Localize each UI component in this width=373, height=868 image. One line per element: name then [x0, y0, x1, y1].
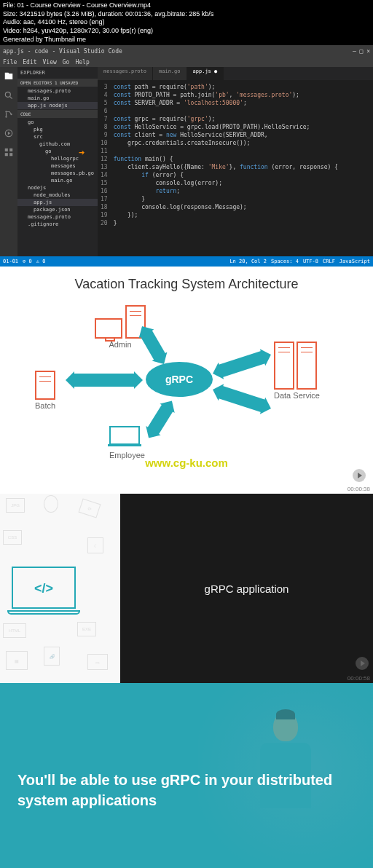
git-icon[interactable]	[4, 109, 14, 121]
open-file[interactable]: app.js nodejs	[17, 102, 98, 109]
vscode-window: app.js - code - Visual Studio Code ― □ ×…	[0, 45, 373, 267]
laptop-icon	[12, 567, 76, 609]
file[interactable]: .gitignore	[17, 221, 98, 228]
errors[interactable]: ⊘ 0	[23, 259, 32, 264]
file[interactable]: app.js	[17, 199, 98, 206]
timestamp: 00:00:58	[348, 675, 370, 682]
warnings[interactable]: ⚠ 0	[36, 259, 46, 264]
slide-outcome: You'll be able to use gRPC in your distr…	[0, 683, 373, 868]
debug-icon[interactable]	[4, 128, 14, 140]
svg-point-2	[5, 111, 7, 113]
slide-text: You'll be able to use gRPC in your distr…	[17, 770, 356, 810]
open-file[interactable]: messages.proto	[17, 87, 98, 95]
code-editor[interactable]: ➔ 34567891011121314151617181920 const pa…	[98, 80, 373, 230]
status-bar: 01-01⊘ 0⚠ 0 Ln 20, Col 2Spaces: 4UTF-8CR…	[0, 256, 373, 267]
editor-tabs: messages.proto main.go app.js ●	[98, 67, 373, 80]
activity-bar	[0, 67, 17, 256]
indent[interactable]: Spaces: 4	[271, 259, 299, 264]
slide-right-text: gRPC application 00:00:58	[120, 494, 373, 683]
window-title: app.js - code - Visual Studio Code	[3, 48, 122, 55]
file[interactable]: messages.pb.go	[17, 170, 98, 177]
file[interactable]: main.go	[17, 177, 98, 184]
file[interactable]: messages.proto	[17, 213, 98, 221]
slide-grpc-app: JPG ⟳ CSS ☾ HTML EXE ▦ 🔗 ▭ gRPC applicat…	[0, 494, 373, 683]
window-titlebar: app.js - code - Visual Studio Code ― □ ×	[0, 45, 373, 57]
svg-rect-9	[5, 154, 8, 157]
window-controls[interactable]: ― □ ×	[353, 48, 370, 55]
slide-left-pattern: JPG ⟳ CSS ☾ HTML EXE ▦ 🔗 ▭	[0, 494, 120, 683]
menu-view[interactable]: View	[43, 59, 57, 66]
svg-point-0	[5, 92, 10, 98]
file[interactable]: package.json	[17, 206, 98, 213]
node-employee: Employee	[109, 426, 145, 459]
search-icon[interactable]	[4, 90, 14, 102]
extensions-icon[interactable]	[4, 147, 14, 159]
folder[interactable]: go	[17, 119, 98, 126]
open-file[interactable]: main.go	[17, 95, 98, 102]
video-metadata: File: 01 - Course Overview - Course Over…	[0, 0, 373, 45]
explorer-sidebar: EXPLORER OPEN EDITORS 1 UNSAVED messages…	[17, 67, 98, 256]
folder[interactable]: hellogrpc	[17, 155, 98, 162]
folder[interactable]: go	[17, 148, 98, 155]
menubar[interactable]: File Edit View Go Help	[0, 57, 373, 67]
folder[interactable]: messages	[17, 162, 98, 170]
svg-marker-6	[8, 132, 10, 135]
folder[interactable]: github.com	[17, 141, 98, 148]
editor-area: messages.proto main.go app.js ● ➔ 345678…	[98, 67, 373, 256]
slide-title: Vacation Tracking System Architecture	[0, 267, 373, 298]
watermark: www.cg-ku.com	[145, 457, 228, 469]
git-branch[interactable]: 01-01	[3, 259, 18, 264]
node-batch: Batch	[35, 371, 55, 410]
workspace-section[interactable]: CODE	[17, 110, 98, 118]
tab[interactable]: main.go	[153, 67, 187, 80]
tab-active[interactable]: app.js ●	[187, 67, 224, 80]
svg-rect-7	[5, 149, 8, 151]
eol[interactable]: CRLF	[323, 259, 335, 264]
laptop-base-icon	[7, 610, 80, 615]
svg-line-1	[10, 97, 12, 99]
explorer-title: EXPLORER	[17, 67, 98, 79]
lang[interactable]: JavaScript	[339, 259, 370, 264]
explorer-icon[interactable]	[4, 71, 14, 83]
node-admin: Admin	[95, 305, 146, 349]
arrow-icon	[218, 351, 266, 378]
arrow-icon	[218, 386, 266, 413]
arrow-icon	[147, 404, 173, 435]
menu-edit[interactable]: Edit	[23, 59, 36, 66]
cursor-pos[interactable]: Ln 20, Col 2	[229, 259, 267, 264]
tab[interactable]: messages.proto	[98, 67, 153, 80]
menu-file[interactable]: File	[3, 59, 17, 66]
menu-go[interactable]: Go	[63, 59, 70, 66]
folder[interactable]: nodejs	[17, 184, 98, 192]
folder[interactable]: src	[17, 133, 98, 141]
arrow-icon	[73, 374, 136, 387]
svg-rect-8	[9, 149, 12, 151]
folder[interactable]: node_modules	[17, 192, 98, 199]
timestamp: 00:00:38	[348, 486, 370, 492]
svg-point-3	[5, 117, 7, 118]
folder[interactable]: pkg	[17, 126, 98, 133]
slide-architecture: Vacation Tracking System Architecture Ad…	[0, 267, 373, 494]
menu-help[interactable]: Help	[75, 59, 89, 66]
open-editors-section[interactable]: OPEN EDITORS 1 UNSAVED	[17, 79, 98, 87]
pointer-arrow-icon: ➔	[79, 146, 85, 160]
node-dataservice: Data Service	[274, 342, 320, 400]
encoding[interactable]: UTF-8	[303, 259, 318, 264]
play-button[interactable]	[353, 469, 366, 482]
svg-rect-10	[9, 154, 12, 157]
play-button[interactable]	[356, 657, 369, 670]
